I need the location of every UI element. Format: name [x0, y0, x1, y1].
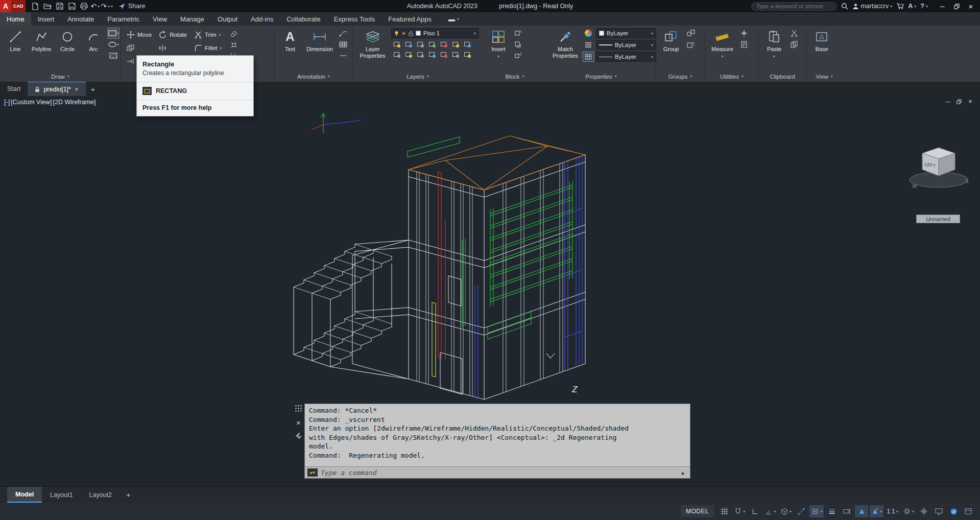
viewport-menu-control[interactable]: [-] — [4, 99, 10, 106]
tab-annotate[interactable]: Annotate — [61, 12, 101, 26]
qat-customize-icon[interactable]: ▾ — [111, 4, 113, 9]
layers-panel-label[interactable]: Layers▾ — [353, 71, 483, 82]
annotation-scale-control[interactable]: 1:1▾ — [885, 505, 900, 517]
tab-insert[interactable]: Insert — [31, 12, 61, 26]
viewport-view-control[interactable]: [Custom View] — [11, 99, 52, 106]
viewport-minimize-icon[interactable]: ─ — [942, 97, 953, 106]
object-snap-toggle[interactable]: ▾ — [809, 505, 824, 517]
layer-tool-icon[interactable] — [391, 50, 401, 59]
copy-tool-icon[interactable] — [125, 43, 136, 53]
move-tool[interactable]: Move — [125, 30, 154, 40]
layer-tool-icon[interactable] — [462, 40, 472, 49]
viewport-style-control[interactable]: [2D Wireframe] — [53, 99, 95, 106]
arc-tool[interactable]: Arc — [82, 28, 105, 54]
write-block-icon[interactable] — [513, 39, 524, 50]
view-cube[interactable]: LEFT W S — [910, 148, 969, 189]
open-folder-icon[interactable] — [42, 1, 53, 11]
undo-icon[interactable]: ↶ — [91, 2, 97, 10]
linetype-dropdown[interactable]: ByLayer▾ — [596, 52, 656, 62]
id-point-icon[interactable] — [738, 28, 750, 38]
isolate-objects-icon[interactable] — [932, 505, 945, 517]
measure-button[interactable]: Measure ▾ — [709, 28, 736, 60]
tab-manage[interactable]: Manage — [174, 12, 211, 26]
group-edit-icon[interactable] — [685, 39, 697, 50]
help-button[interactable]: ?▾ — [920, 3, 928, 10]
new-layout-button[interactable]: + — [120, 487, 137, 503]
close-tab-icon[interactable]: × — [75, 85, 79, 93]
lineweight-dropdown[interactable]: ByLayer▾ — [596, 40, 656, 50]
layer-tool-icon[interactable] — [438, 40, 448, 49]
base-button[interactable]: Base — [810, 28, 833, 54]
model-tab[interactable]: Model — [7, 487, 42, 503]
polar-tracking-toggle[interactable]: ▾ — [763, 505, 777, 517]
layer-tool-icon[interactable] — [426, 40, 437, 49]
tab-collaborate[interactable]: Collaborate — [280, 12, 327, 26]
color-wheel-icon[interactable] — [583, 28, 594, 38]
layer-tool-icon[interactable] — [438, 50, 448, 59]
ungroup-icon[interactable] — [685, 28, 697, 38]
document-tab[interactable]: predio[1]* × — [28, 82, 85, 96]
utilities-panel-label[interactable]: Utilities▾ — [705, 71, 758, 82]
model-space-toggle[interactable]: MODEL — [681, 505, 714, 517]
command-input[interactable] — [321, 469, 677, 477]
app-store-button[interactable] — [896, 3, 904, 10]
isodraft-toggle[interactable]: ▾ — [779, 505, 793, 517]
minimize-button[interactable]: ─ — [935, 0, 949, 12]
redo-icon[interactable]: ↷ — [101, 2, 107, 10]
fillet-tool[interactable]: Fillet▾ — [192, 43, 226, 53]
lineweight-display-toggle[interactable] — [825, 505, 839, 517]
command-panel-grip[interactable] — [295, 405, 302, 413]
plot-icon[interactable] — [79, 1, 90, 11]
save-as-icon[interactable] — [66, 1, 78, 11]
share-button[interactable]: Share — [118, 3, 145, 10]
clean-screen-toggle[interactable] — [962, 505, 975, 517]
tab-home[interactable]: Home — [0, 12, 31, 26]
layer-tool-icon[interactable] — [391, 40, 401, 49]
ellipse-tool-icon[interactable]: ▾ — [108, 39, 119, 50]
draw-panel-label[interactable]: Draw▾ — [0, 71, 121, 82]
layer-tool-icon[interactable] — [415, 40, 425, 49]
tab-output[interactable]: Output — [211, 12, 244, 26]
signin-user[interactable]: martaccrv ▾ — [852, 3, 892, 10]
new-tab-button[interactable]: + — [86, 82, 101, 96]
help-search-field[interactable] — [751, 2, 837, 11]
group-button[interactable]: Group — [659, 28, 683, 54]
selection-matrix-icon[interactable] — [583, 52, 594, 62]
viewcube-compass-s[interactable]: S — [965, 178, 969, 184]
line-tool[interactable]: Line — [4, 28, 27, 54]
workspace-switching-gear-icon[interactable]: ▾ — [901, 505, 916, 517]
autodesk-apps-button[interactable]: A▾ — [908, 3, 916, 10]
ortho-mode-toggle[interactable] — [748, 505, 761, 517]
layer-tool-icon[interactable] — [426, 50, 437, 59]
user-dropdown-icon[interactable]: ▾ — [890, 4, 892, 9]
properties-panel-label[interactable]: Properties▾ — [547, 71, 655, 82]
dynamic-input-toggle[interactable] — [840, 505, 853, 517]
leader-tool-icon[interactable] — [338, 28, 349, 38]
paste-button[interactable]: Paste ▾ — [762, 28, 786, 60]
crosshair-tracking-icon[interactable] — [917, 505, 930, 517]
autocad-logo[interactable]: A CAD — [0, 0, 26, 12]
groups-panel-label[interactable]: Groups▾ — [656, 71, 705, 82]
command-customize-wrench-icon[interactable] — [295, 433, 302, 439]
layer-tool-icon[interactable] — [403, 40, 413, 49]
block-panel-label[interactable]: Block▾ — [483, 71, 546, 82]
cut-icon[interactable] — [788, 28, 800, 38]
explode-tool-icon[interactable] — [228, 39, 240, 50]
tab-express-tools[interactable]: Express Tools — [327, 12, 382, 26]
ribbon-display-toggle[interactable]: ▬▾ — [443, 12, 464, 26]
viewcube-compass-w[interactable]: W — [912, 183, 917, 189]
layer-properties-button[interactable]: Layer Properties — [356, 28, 389, 60]
command-close-icon[interactable]: × — [296, 419, 301, 427]
layer-tool-icon[interactable] — [403, 50, 413, 59]
polyline-tool[interactable]: Polyline — [30, 28, 53, 54]
annotation-more-icon[interactable] — [338, 51, 349, 61]
insert-block-button[interactable]: Insert ▾ — [487, 28, 510, 60]
tab-parametric[interactable]: Parametric — [101, 12, 146, 26]
layer-dropdown-arrow-icon[interactable]: ▾ — [474, 31, 476, 36]
grid-display-toggle[interactable] — [718, 505, 731, 517]
view-panel-label[interactable]: View▾ — [806, 71, 842, 82]
restore-button[interactable] — [949, 0, 964, 12]
stretch-tool-icon[interactable] — [125, 56, 136, 66]
block-editor-icon[interactable] — [513, 51, 524, 61]
create-block-icon[interactable] — [513, 28, 524, 38]
